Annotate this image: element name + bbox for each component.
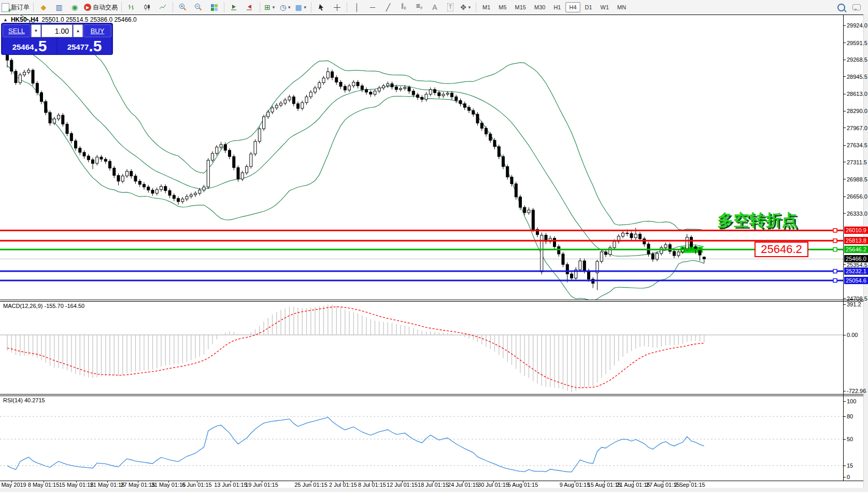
label-tool[interactable]: T bbox=[443, 1, 458, 13]
buy-price-button[interactable]: 25477 .5 bbox=[58, 38, 111, 54]
candle-body bbox=[229, 150, 231, 157]
price-line-label[interactable]: 25054.6 bbox=[844, 277, 868, 284]
rsi-pane[interactable] bbox=[0, 396, 863, 481]
channel-tool[interactable]: ∥E bbox=[396, 1, 411, 13]
market-watch-button[interactable]: ◆ bbox=[36, 1, 51, 13]
candle-body bbox=[87, 156, 90, 160]
horizontal-line-tool[interactable]: ─ bbox=[365, 1, 380, 13]
candlestick-chart-button[interactable] bbox=[140, 1, 154, 13]
trendline-icon: ╱ bbox=[386, 4, 390, 11]
candle-body bbox=[19, 75, 21, 82]
candle-body bbox=[284, 100, 287, 103]
candle-body bbox=[318, 83, 321, 88]
candle-body bbox=[613, 242, 616, 248]
timeframe-M15[interactable]: M15 bbox=[511, 2, 530, 12]
chevron-down-icon: ▼ bbox=[287, 5, 291, 10]
candle-body bbox=[258, 129, 261, 142]
profiles-dropdown[interactable]: ◷▼ bbox=[278, 1, 293, 13]
candle-body bbox=[75, 141, 77, 148]
price-callout-label[interactable]: 25646.2 bbox=[755, 242, 808, 257]
bollinger-lower-band bbox=[7, 66, 704, 300]
sell-price-button[interactable]: 25464 .5 bbox=[3, 38, 56, 54]
candle-body bbox=[468, 107, 471, 110]
timeframe-H4[interactable]: H4 bbox=[565, 2, 580, 12]
volume-input[interactable] bbox=[41, 24, 73, 37]
line-handle[interactable] bbox=[833, 229, 837, 232]
navigator-button[interactable]: ◉ bbox=[67, 1, 82, 13]
pane-separator[interactable] bbox=[0, 300, 863, 300]
line-handle[interactable] bbox=[833, 279, 837, 283]
pane-separator[interactable] bbox=[0, 394, 863, 395]
candle-body bbox=[502, 157, 505, 166]
crosshair-button[interactable] bbox=[330, 1, 344, 13]
zoom-in-button[interactable] bbox=[176, 1, 190, 13]
candle-body bbox=[32, 70, 34, 83]
timeframe-MN[interactable]: MN bbox=[614, 2, 630, 12]
chat-button[interactable] bbox=[849, 1, 864, 13]
candle-body bbox=[66, 124, 68, 133]
candle-body bbox=[181, 199, 184, 202]
turning-point-annotation[interactable]: 多空转折点 bbox=[717, 209, 798, 231]
macd-pane[interactable] bbox=[0, 302, 863, 394]
candle-body bbox=[27, 70, 30, 72]
timeframe-W1[interactable]: W1 bbox=[597, 2, 613, 12]
auto-trading-button[interactable]: ▶ 自动交易 bbox=[83, 1, 119, 13]
bar-chart-button[interactable] bbox=[124, 1, 139, 13]
candle-body bbox=[58, 115, 60, 119]
candle-body bbox=[134, 176, 137, 181]
trendline-tool[interactable]: ╱ bbox=[381, 1, 395, 13]
buy-price-fraction: .5 bbox=[89, 39, 102, 53]
vertical-line-tool[interactable]: │ bbox=[350, 1, 364, 13]
candle-body bbox=[104, 159, 107, 161]
volume-decrease-button[interactable]: ▼ bbox=[31, 24, 41, 37]
candle-body bbox=[211, 153, 214, 160]
candle-body bbox=[233, 157, 235, 167]
main-chart-pane[interactable] bbox=[0, 15, 863, 300]
sell-button[interactable]: SELL bbox=[3, 24, 31, 37]
templates-dropdown[interactable]: ▦▼ bbox=[294, 1, 308, 13]
candle-body bbox=[605, 252, 607, 255]
candlestick-chart-icon bbox=[144, 4, 151, 11]
tile-windows-button[interactable] bbox=[207, 1, 221, 13]
line-chart-button[interactable] bbox=[155, 1, 170, 13]
fibonacci-tool[interactable]: ≣F bbox=[412, 1, 426, 13]
cursor-button[interactable] bbox=[314, 1, 329, 13]
price-line-label[interactable]: 26010.9 bbox=[844, 227, 868, 234]
candle-body bbox=[463, 104, 466, 107]
line-handle[interactable] bbox=[833, 248, 837, 251]
search-button[interactable] bbox=[834, 1, 848, 13]
arrows-dropdown[interactable]: ✥▼ bbox=[459, 1, 473, 13]
price-line-label[interactable]: 25232.1 bbox=[844, 268, 868, 275]
candle-body bbox=[121, 176, 124, 181]
candle-body bbox=[143, 185, 146, 187]
timeframe-M30[interactable]: M30 bbox=[531, 2, 549, 12]
candle-body bbox=[331, 72, 334, 77]
new-chart-dropdown[interactable]: ⊞▼ bbox=[263, 1, 277, 13]
auto-scroll-button[interactable] bbox=[227, 1, 241, 13]
line-handle[interactable] bbox=[833, 239, 837, 243]
line-handle[interactable] bbox=[833, 270, 837, 273]
crosshair-icon bbox=[333, 4, 341, 11]
candle-body bbox=[186, 196, 188, 199]
zoom-out-button[interactable] bbox=[191, 1, 206, 13]
data-window-button[interactable]: ▥ bbox=[52, 1, 66, 13]
timeframe-M5[interactable]: M5 bbox=[495, 2, 510, 12]
buy-button[interactable]: BUY bbox=[83, 24, 111, 37]
new-order-button[interactable]: 新订单 bbox=[1, 1, 31, 13]
one-click-toggle-icon[interactable]: ▲ bbox=[3, 17, 8, 22]
candle-body bbox=[630, 234, 633, 238]
candle-body bbox=[664, 245, 667, 248]
timeframe-H1[interactable]: H1 bbox=[550, 2, 564, 12]
candle-body bbox=[515, 184, 517, 197]
timeframe-M1[interactable]: M1 bbox=[479, 2, 494, 12]
candle-body bbox=[523, 207, 526, 213]
price-line-label[interactable]: 25646.2 bbox=[844, 246, 868, 253]
chart-shift-button[interactable] bbox=[243, 1, 257, 13]
candle-body bbox=[314, 88, 317, 92]
timeframe-D1[interactable]: D1 bbox=[581, 2, 596, 12]
text-tool[interactable]: A bbox=[428, 1, 442, 13]
volume-increase-button[interactable]: ▲ bbox=[73, 24, 83, 37]
price-line-label[interactable]: 25813.8 bbox=[844, 237, 868, 244]
candle-body bbox=[297, 104, 300, 108]
candle-body bbox=[117, 175, 120, 181]
